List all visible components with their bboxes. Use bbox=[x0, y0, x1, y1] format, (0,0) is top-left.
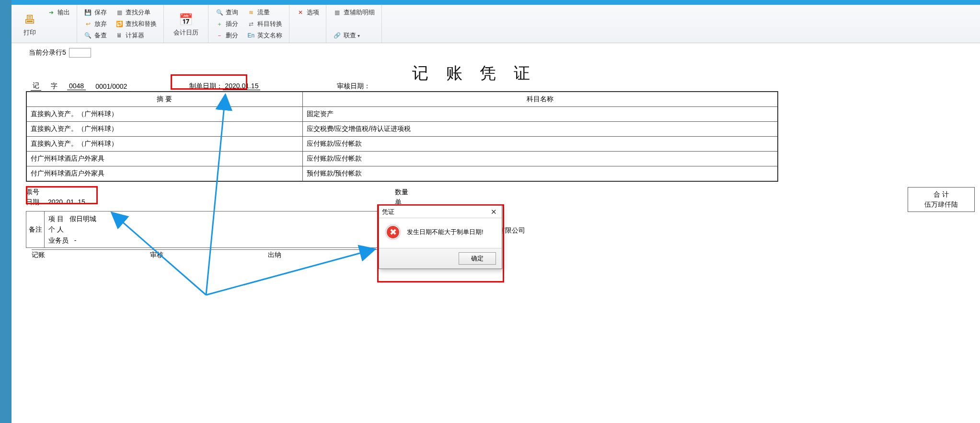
summary-cell[interactable]: 直接购入资产。（广州科球） bbox=[26, 107, 302, 122]
delete-icon: － bbox=[215, 31, 224, 40]
table-icon: ▦ bbox=[115, 8, 124, 17]
insert-entry-label: 插分 bbox=[226, 20, 238, 28]
link-query-label: 联查 bbox=[344, 31, 356, 40]
dialog-message: 发生日期不能大于制单日期! bbox=[407, 228, 484, 236]
link-query-button[interactable]: 🔗 联查 ▾ bbox=[331, 30, 377, 41]
acc-calendar-label: 会计日历 bbox=[173, 28, 198, 37]
footer-jz: 记账 bbox=[32, 251, 150, 259]
english-name-label: 英文名称 bbox=[257, 31, 282, 40]
assist-detail-label: 查辅助明细 bbox=[344, 8, 375, 17]
flow-icon: ≋ bbox=[247, 8, 255, 17]
make-date-value[interactable]: 2020.01.15 bbox=[223, 82, 260, 90]
dialog-close-button[interactable]: ✕ bbox=[489, 208, 499, 216]
assist-detail-button[interactable]: ▦ 查辅助明细 bbox=[331, 7, 377, 18]
col-summary-header: 摘 要 bbox=[26, 92, 302, 107]
project-value[interactable]: 假日明城 bbox=[69, 215, 96, 223]
summary-cell[interactable]: 付广州科球酒店户外家具 bbox=[26, 152, 302, 166]
query-label: 查询 bbox=[226, 8, 238, 17]
voucher-char: 记 bbox=[31, 82, 41, 91]
subject-cell[interactable]: 应交税费/应交增值税/待认证进项税 bbox=[302, 122, 778, 137]
voucher-header: 记 字 0048 0001/0002 制单日期： 2020.01.15 审核日期… bbox=[31, 82, 370, 91]
detail-icon: ▦ bbox=[333, 8, 342, 17]
export-button[interactable]: ➜ 输出 bbox=[45, 7, 72, 18]
app-tab-strip bbox=[12, 0, 980, 5]
remark-label: 备注 bbox=[26, 212, 45, 247]
abandon-label: 放弃 bbox=[94, 20, 107, 28]
options-icon: ✕ bbox=[296, 8, 305, 17]
current-entry-input[interactable] bbox=[69, 48, 91, 58]
save-label: 保存 bbox=[94, 8, 107, 17]
company-suffix: 有限公司 bbox=[498, 226, 525, 235]
ticket-label: 票号 bbox=[26, 187, 39, 197]
export-label: 输出 bbox=[58, 8, 70, 17]
voucher-footer: 记账 审核 出纳 bbox=[32, 249, 386, 259]
flow-button[interactable]: ≋ 流量 bbox=[245, 7, 284, 18]
total-label: 合 计 bbox=[911, 189, 971, 200]
query-button[interactable]: 🔍 查询 bbox=[213, 7, 240, 18]
voucher-zi: 字 bbox=[51, 82, 58, 91]
find-replace-icon: 🔁 bbox=[115, 20, 124, 28]
delete-entry-button[interactable]: － 删分 bbox=[213, 30, 240, 41]
current-entry-row: 当前分录行5 bbox=[29, 48, 91, 58]
table-row[interactable]: 付广州科球酒店户外家具 应付账款/应付帐款 bbox=[26, 152, 778, 166]
convert-icon: ⇄ bbox=[247, 20, 255, 28]
footer-cn: 出纳 bbox=[268, 251, 386, 259]
subject-convert-button[interactable]: ⇄ 科目转换 bbox=[245, 18, 284, 30]
table-row[interactable]: 直接购入资产。（广州科球） 固定资产 bbox=[26, 107, 778, 122]
staff-value[interactable]: - bbox=[74, 236, 77, 244]
dialog-ok-button[interactable]: 确定 bbox=[459, 252, 496, 265]
abandon-button[interactable]: ↩ 放弃 bbox=[82, 18, 109, 30]
col-subject-header: 科目名称 bbox=[302, 92, 778, 107]
subject-cell[interactable]: 应付账款/应付帐款 bbox=[302, 152, 778, 166]
save-button[interactable]: 💾 保存 bbox=[82, 7, 109, 18]
table-row[interactable]: 直接购入资产。（广州科球） 应交税费/应交增值税/待认证进项税 bbox=[26, 122, 778, 137]
voucher-number: 0048 bbox=[67, 82, 86, 90]
error-icon: ✖ bbox=[386, 225, 400, 239]
subject-cell[interactable]: 预付账款/预付帐款 bbox=[302, 166, 778, 182]
find-entry-button[interactable]: ▦ 查找分单 bbox=[113, 7, 159, 18]
options-label: 选项 bbox=[307, 8, 319, 17]
staff-label: 业务员 bbox=[48, 236, 69, 244]
calculator-button[interactable]: 🖩 计算器 bbox=[113, 30, 159, 41]
project-label: 项 目 bbox=[48, 215, 64, 223]
error-dialog: 凭证 ✕ ✖ 发生日期不能大于制单日期! 确定 bbox=[379, 205, 502, 269]
search-icon: 🔍 bbox=[215, 8, 224, 17]
page-title: 记 账 凭 证 bbox=[412, 62, 537, 84]
link-icon: 🔗 bbox=[333, 31, 342, 40]
chevron-down-icon: ▾ bbox=[357, 33, 360, 38]
dialog-title-text: 凭证 bbox=[382, 208, 394, 216]
voucher-tbody: 直接购入资产。（广州科球） 固定资产 直接购入资产。（广州科球） 应交税费/应交… bbox=[26, 107, 778, 182]
qty-label: 数量 bbox=[395, 187, 408, 197]
english-name-button[interactable]: En 英文名称 bbox=[245, 30, 284, 41]
flow-label: 流量 bbox=[257, 8, 270, 17]
find-entry-label: 查找分单 bbox=[126, 8, 150, 17]
acc-calendar-button[interactable]: 📅 会计日历 bbox=[169, 7, 203, 41]
calendar-icon: 📅 bbox=[177, 11, 195, 28]
save-icon: 💾 bbox=[84, 8, 92, 17]
backup-label: 备查 bbox=[94, 31, 107, 40]
summary-cell[interactable]: 直接购入资产。（广州科球） bbox=[26, 122, 302, 137]
find-replace-label: 查找和替换 bbox=[126, 20, 157, 28]
voucher-table: 摘 要 科目名称 直接购入资产。（广州科球） 固定资产 直接购入资产。（广州科球… bbox=[26, 91, 778, 182]
subject-cell[interactable]: 固定资产 bbox=[302, 107, 778, 122]
subject-cell[interactable]: 应付账款/应付帐款 bbox=[302, 137, 778, 152]
date-value[interactable]: 2020. 01. 15 bbox=[48, 197, 85, 207]
export-icon: ➜ bbox=[47, 8, 56, 17]
summary-cell[interactable]: 付广州科球酒店户外家具 bbox=[26, 166, 302, 182]
print-button[interactable]: 🖶 打印 bbox=[16, 7, 43, 41]
delete-entry-label: 删分 bbox=[226, 31, 238, 40]
current-entry-label: 当前分录行5 bbox=[29, 48, 66, 57]
amount-cn: 伍万肆仟陆 bbox=[911, 200, 971, 210]
backup-button[interactable]: 🔍 备查 bbox=[82, 30, 109, 41]
table-row[interactable]: 直接购入资产。（广州科球） 应付账款/应付帐款 bbox=[26, 137, 778, 152]
find-replace-button[interactable]: 🔁 查找和替换 bbox=[113, 18, 159, 30]
backup-icon: 🔍 bbox=[84, 31, 92, 40]
summary-cell[interactable]: 直接购入资产。（广州科球） bbox=[26, 137, 302, 152]
calculator-label: 计算器 bbox=[126, 31, 144, 40]
insert-entry-button[interactable]: ＋ 插分 bbox=[213, 18, 240, 30]
options-button[interactable]: ✕ 选项 bbox=[294, 7, 321, 18]
en-icon: En bbox=[247, 31, 255, 40]
table-row[interactable]: 付广州科球酒店户外家具 预付账款/预付帐款 bbox=[26, 166, 778, 182]
printer-icon: 🖶 bbox=[21, 11, 38, 28]
make-date-label: 制单日期： bbox=[189, 82, 223, 91]
